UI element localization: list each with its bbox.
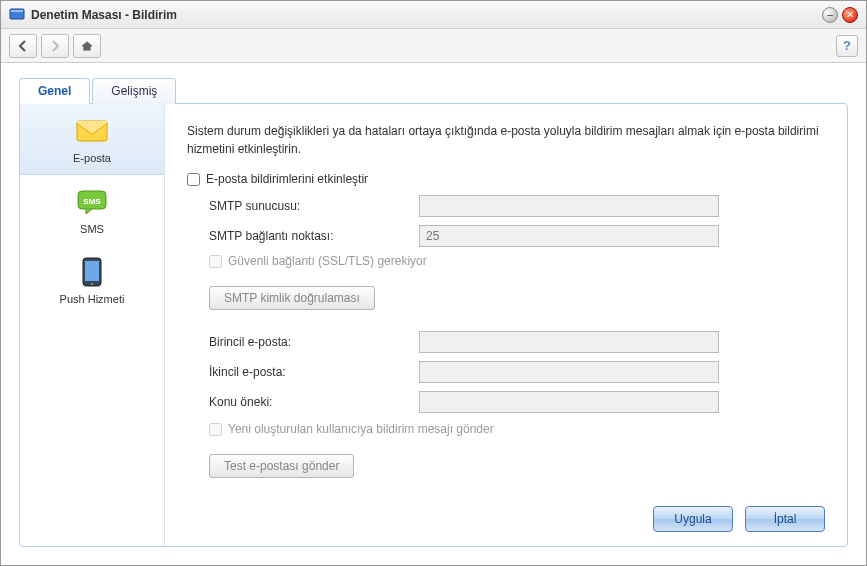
arrow-left-icon (17, 40, 29, 52)
send-new-user-checkbox[interactable] (209, 423, 222, 436)
ssl-label: Güvenli bağlantı (SSL/TLS) gerekiyor (228, 254, 427, 268)
sidebar-item-label: E-posta (24, 152, 160, 164)
svg-point-7 (91, 283, 93, 285)
enable-email-checkbox[interactable] (187, 173, 200, 186)
tab-advanced[interactable]: Gelişmiş (92, 78, 176, 104)
minimize-button[interactable]: – (822, 7, 838, 23)
main-form: Sistem durum değişiklikleri ya da hatala… (165, 104, 847, 546)
test-email-button[interactable]: Test e-postası gönder (209, 454, 354, 478)
help-icon: ? (843, 38, 851, 53)
enable-email-row: E-posta bildirimlerini etkinleştir (187, 172, 825, 186)
sms-icon: SMS (77, 190, 107, 214)
back-button[interactable] (9, 34, 37, 58)
home-button[interactable] (73, 34, 101, 58)
help-button[interactable]: ? (836, 35, 858, 57)
window-title: Denetim Masası - Bildirim (31, 8, 822, 22)
title-buttons: – ✕ (822, 7, 858, 23)
svg-rect-1 (11, 10, 23, 12)
svg-text:SMS: SMS (83, 197, 101, 206)
mail-icon (76, 120, 108, 142)
tab-panel: E-posta SMS SMS (19, 103, 848, 547)
tab-general[interactable]: Genel (19, 78, 90, 104)
primary-email-input[interactable] (419, 331, 719, 353)
app-icon (9, 7, 25, 23)
send-new-user-label: Yeni oluşturulan kullanıcıya bildirim me… (228, 422, 494, 436)
subject-prefix-input[interactable] (419, 391, 719, 413)
sidebar-item-label: SMS (24, 223, 160, 235)
secondary-email-input[interactable] (419, 361, 719, 383)
subject-prefix-label: Konu öneki: (209, 395, 419, 409)
sidebar-item-sms[interactable]: SMS SMS (20, 175, 164, 245)
smtp-port-label: SMTP bağlantı noktası: (209, 229, 419, 243)
cancel-button[interactable]: İptal (745, 506, 825, 532)
smtp-server-input[interactable] (419, 195, 719, 217)
ssl-checkbox[interactable] (209, 255, 222, 268)
enable-email-label: E-posta bildirimlerini etkinleştir (206, 172, 368, 186)
forward-button[interactable] (41, 34, 69, 58)
apply-button[interactable]: Uygula (653, 506, 733, 532)
tab-strip: Genel Gelişmiş (19, 77, 848, 103)
svg-rect-6 (85, 261, 99, 281)
window-root: Denetim Masası - Bildirim – ✕ ? Genel Ge… (0, 0, 867, 566)
arrow-right-icon (49, 40, 61, 52)
close-button[interactable]: ✕ (842, 7, 858, 23)
intro-text: Sistem durum değişiklikleri ya da hatala… (187, 122, 825, 158)
primary-email-label: Birincil e-posta: (209, 335, 419, 349)
sidebar-item-label: Push Hizmeti (24, 293, 160, 305)
sidebar: E-posta SMS SMS (20, 104, 165, 546)
phone-icon (82, 257, 102, 287)
smtp-server-label: SMTP sunucusu: (209, 199, 419, 213)
titlebar: Denetim Masası - Bildirim – ✕ (1, 1, 866, 29)
sidebar-item-push[interactable]: Push Hizmeti (20, 245, 164, 315)
smtp-auth-button[interactable]: SMTP kimlik doğrulaması (209, 286, 375, 310)
content-area: Genel Gelişmiş E-posta (19, 77, 848, 547)
smtp-port-input[interactable] (419, 225, 719, 247)
nav-toolbar: ? (1, 29, 866, 63)
sidebar-item-email[interactable]: E-posta (20, 104, 164, 175)
home-icon (81, 40, 93, 52)
footer-buttons: Uygula İptal (653, 506, 825, 532)
secondary-email-label: İkincil e-posta: (209, 365, 419, 379)
